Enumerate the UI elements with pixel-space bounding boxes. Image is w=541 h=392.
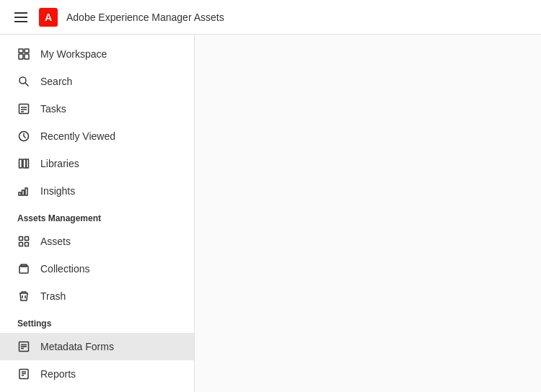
app-container: A Adobe Experience Manager Assets My Wor… bbox=[0, 0, 541, 392]
section-settings: Settings bbox=[0, 310, 194, 333]
reports-icon bbox=[17, 368, 30, 380]
sidebar-item-label: My Workspace bbox=[40, 48, 107, 60]
sidebar-item-taxonomy-management[interactable]: Taxonomy Management bbox=[0, 388, 194, 392]
sidebar-item-label: Search bbox=[40, 76, 72, 87]
svg-rect-0 bbox=[19, 49, 23, 53]
svg-rect-12 bbox=[23, 159, 26, 168]
sidebar-item-collections[interactable]: Collections bbox=[0, 255, 194, 282]
hamburger-menu-button[interactable] bbox=[12, 9, 30, 25]
sidebar-item-label: Collections bbox=[40, 263, 89, 275]
workspace-icon bbox=[17, 48, 30, 61]
metadata-forms-icon bbox=[17, 340, 30, 353]
svg-rect-3 bbox=[25, 54, 29, 59]
sidebar: My Workspace Search bbox=[0, 35, 195, 392]
trash-icon bbox=[17, 290, 30, 303]
sidebar-item-recently-viewed[interactable]: Recently Viewed bbox=[0, 122, 194, 150]
svg-rect-14 bbox=[19, 192, 21, 195]
svg-rect-19 bbox=[19, 243, 23, 246]
sidebar-item-search[interactable]: Search bbox=[0, 68, 194, 95]
tasks-icon bbox=[17, 102, 30, 115]
svg-rect-13 bbox=[27, 159, 29, 168]
svg-line-5 bbox=[25, 83, 29, 86]
sidebar-item-label: Recently Viewed bbox=[40, 130, 115, 142]
libraries-icon bbox=[17, 157, 30, 170]
adobe-logo-letter: A bbox=[45, 12, 52, 23]
insights-icon bbox=[17, 184, 30, 197]
sidebar-item-trash[interactable]: Trash bbox=[0, 282, 194, 310]
svg-rect-11 bbox=[19, 159, 22, 168]
section-assets-management: Assets Management bbox=[0, 205, 194, 228]
content-area bbox=[195, 35, 541, 392]
sidebar-item-label: Reports bbox=[40, 368, 76, 380]
adobe-logo: A bbox=[39, 8, 58, 27]
assets-icon bbox=[17, 235, 30, 248]
svg-rect-17 bbox=[19, 237, 23, 241]
svg-rect-18 bbox=[25, 237, 29, 241]
sidebar-item-metadata-forms[interactable]: Metadata Forms bbox=[0, 333, 194, 360]
main-content: My Workspace Search bbox=[0, 35, 541, 392]
svg-rect-1 bbox=[25, 49, 29, 53]
sidebar-item-assets[interactable]: Assets bbox=[0, 228, 194, 255]
svg-rect-20 bbox=[25, 243, 29, 246]
svg-point-4 bbox=[19, 77, 26, 84]
sidebar-item-libraries[interactable]: Libraries bbox=[0, 150, 194, 177]
sidebar-item-label: Libraries bbox=[40, 158, 79, 169]
collections-icon bbox=[17, 262, 30, 275]
recently-viewed-icon bbox=[17, 130, 30, 143]
sidebar-item-insights[interactable]: Insights bbox=[0, 177, 194, 205]
svg-rect-2 bbox=[19, 54, 23, 59]
search-icon bbox=[17, 75, 30, 88]
app-title: Adobe Experience Manager Assets bbox=[66, 12, 224, 23]
sidebar-item-label: Trash bbox=[40, 290, 66, 302]
header: A Adobe Experience Manager Assets bbox=[0, 0, 541, 35]
sidebar-item-label: Metadata Forms bbox=[40, 341, 114, 352]
svg-rect-15 bbox=[22, 190, 25, 195]
sidebar-item-my-workspace[interactable]: My Workspace bbox=[0, 40, 194, 68]
svg-rect-16 bbox=[25, 188, 27, 195]
sidebar-item-reports[interactable]: Reports bbox=[0, 360, 194, 388]
sidebar-item-label: Insights bbox=[40, 185, 75, 197]
sidebar-item-tasks[interactable]: Tasks bbox=[0, 95, 194, 122]
sidebar-item-label: Assets bbox=[40, 236, 71, 247]
sidebar-item-label: Tasks bbox=[40, 103, 66, 115]
